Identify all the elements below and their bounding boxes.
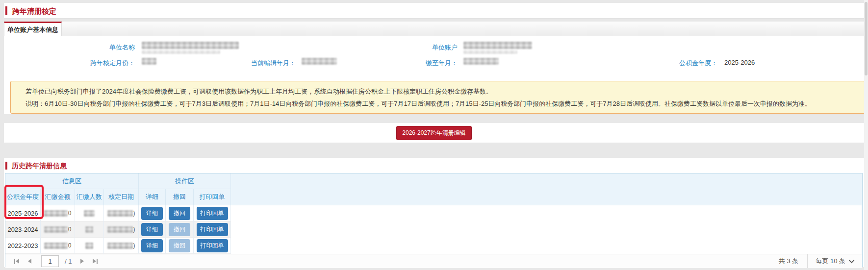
total-pages-label: / 1 [65,258,72,265]
current-edit-month-label: 当前编辑年月： [225,59,296,68]
scrollbar-thumb[interactable] [865,2,868,75]
page-size-label: 每页 10 条 [816,257,845,266]
cross-year-month-value-redacted [142,58,156,65]
col-header-revoke: 撤回 [166,189,194,205]
cell-fund-year: 2023-2024 [5,221,41,238]
pagination-right: 共 3 条 每页 10 条 [770,254,862,268]
cross-year-edit-button[interactable]: 2026-2027跨年清册编辑 [396,126,471,140]
cell-print: 打印回单 [194,221,231,238]
revoke-button[interactable]: 撤回 [169,207,190,220]
cell-revoke: 撤回 [166,221,194,238]
table-group-header-row: 信息区 操作区 [5,173,862,189]
cell-revoke: 撤回 [166,238,194,254]
next-page-icon[interactable] [80,259,84,264]
revoke-button-disabled: 撤回 [169,223,190,236]
notice-line-2: 说明：6月10日-30日向税务部门申报的社保缴费工资，可于7月3日后调取使用；7… [26,99,811,108]
detail-button[interactable]: 详细 [141,223,163,236]
col-header-empty [231,189,862,205]
unit-account-value-redacted [463,42,532,49]
revoke-button-disabled: 撤回 [169,239,190,252]
cell-print: 打印回单 [194,205,231,221]
page-size-select[interactable]: 每页 10 条 [807,254,862,268]
detail-button[interactable]: 详细 [141,239,163,252]
tab-strip: 单位账户基本信息 [4,22,864,36]
print-receipt-button[interactable]: 打印回单 [197,207,228,220]
section-title: 历史跨年清册信息 [12,162,67,171]
cell-fund-year: 2022-2023 [5,238,41,254]
col-header-detail: 详细 [139,189,166,205]
fund-year-value: 2025-2026 [724,59,755,66]
table-column-header-row: 公积金年度 汇缴金额 汇缴人数 核定日期 详细 撤回 打印回单 [5,189,862,205]
group-header-ops: 操作区 [139,173,231,189]
col-header-fund-year: 公积金年度 [5,189,41,205]
cell-amount: 0 [41,238,75,254]
detail-button[interactable]: 详细 [141,207,163,220]
cell-detail: 详细 [139,221,166,238]
print-receipt-button[interactable]: 打印回单 [197,223,228,236]
section-accent-bar [5,162,7,170]
cell-detail: 详细 [139,238,166,254]
last-page-icon[interactable] [93,259,98,264]
title-accent-bar [5,6,7,15]
notice-line-1: 若单位已向税务部门申报了2024年度社会保险费缴费工资，可调取使用该数据作为职工… [26,87,492,96]
cell-date: ) [104,221,139,238]
page-header: 跨年清册核定 [4,3,864,19]
cell-date: ) [104,205,139,221]
table-row: 2023-2024 0 ) 详细 撤回 打印回单 [5,221,862,238]
scrollbar-track[interactable] [864,0,868,270]
paid-until-label: 缴至年月： [391,59,458,68]
page-number-input[interactable] [41,255,59,267]
pagination-bar: / 1 共 3 条 每页 10 条 [5,254,862,268]
print-receipt-button[interactable]: 打印回单 [197,239,228,252]
history-panel: 历史跨年清册信息 信息区 操作区 公积金年度 汇缴金额 汇缴人数 核定日期 详细… [4,158,864,267]
unit-account-value-redacted-2 [463,50,517,54]
unit-name-value-redacted-2 [142,50,220,54]
unit-name-value-redacted [142,42,239,49]
cell-empty [231,221,862,238]
cell-fund-year: 2025-2026 [5,205,41,221]
col-header-print: 打印回单 [194,189,231,205]
cell-amount: 0 [41,221,75,238]
first-page-icon[interactable] [14,259,19,264]
table-row: 2022-2023 0 ) 详细 撤回 打印回单 [5,238,862,254]
cell-count [75,238,104,254]
cell-revoke: 撤回 [166,205,194,221]
unit-info-panel: 单位账户基本信息 单位名称 单位账户 跨年核定月份： 当前编辑年月： 缴至年月：… [4,22,864,114]
group-header-empty [231,173,862,189]
page-title: 跨年清册核定 [12,7,56,16]
col-header-count: 汇缴人数 [75,189,104,205]
table-row: 2025-2026 0 ) 详细 撤回 打印回单 [5,205,862,221]
unit-account-label: 单位账户 [396,43,458,52]
cell-date: ) [104,238,139,254]
fund-year-label: 公积金年度： [651,59,717,68]
current-edit-month-value-redacted [302,58,337,65]
col-header-amount: 汇缴金额 [41,189,75,205]
cell-detail: 详细 [139,205,166,221]
notice-box: 若单位已向税务部门申报了2024年度社会保险费缴费工资，可调取使用该数据作为职工… [10,81,865,114]
col-header-date: 核定日期 [104,189,139,205]
tab-unit-account-info[interactable]: 单位账户基本信息 [4,22,62,36]
cell-empty [231,205,862,221]
group-header-info: 信息区 [5,173,139,189]
cell-empty [231,238,862,254]
action-bar: 2026-2027跨年清册编辑 [4,123,864,143]
chevron-down-icon [849,258,854,263]
cell-print: 打印回单 [194,238,231,254]
paid-until-value-redacted [463,58,499,65]
cross-year-month-label: 跨年核定月份： [63,59,135,68]
unit-name-label: 单位名称 [77,43,135,52]
prev-page-icon[interactable] [28,259,31,264]
history-table: 信息区 操作区 公积金年度 汇缴金额 汇缴人数 核定日期 详细 撤回 打印回单 … [5,173,863,267]
total-records-label: 共 3 条 [770,254,807,268]
cell-amount: 0 [41,205,75,221]
cell-count [75,221,104,238]
cell-count [75,205,104,221]
